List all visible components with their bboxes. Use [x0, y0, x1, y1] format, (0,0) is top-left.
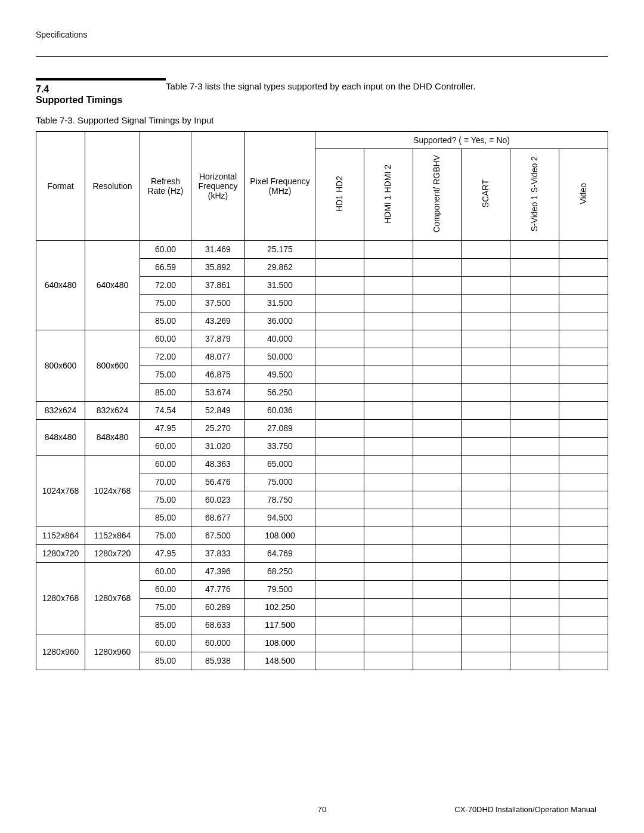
- cell-support: [559, 401, 608, 419]
- cell-support: [364, 401, 413, 419]
- cell-refresh: 72.00: [140, 276, 191, 294]
- cell-horiz: 47.776: [191, 580, 245, 598]
- cell-support: [413, 616, 462, 634]
- cell-support: [462, 598, 510, 616]
- cell-support: [413, 401, 462, 419]
- cell-format: 848x480: [36, 419, 85, 455]
- cell-support: [510, 455, 559, 473]
- cell-horiz: 37.833: [191, 544, 245, 562]
- cell-support: [364, 580, 413, 598]
- cell-support: [510, 562, 559, 580]
- cell-support: [364, 616, 413, 634]
- footer-right: CX-70DHD Installation/Operation Manual: [454, 805, 596, 814]
- cell-support: [510, 312, 559, 330]
- cell-support: [364, 348, 413, 366]
- cell-refresh: 60.00: [140, 240, 191, 258]
- cell-support: [364, 240, 413, 258]
- cell-pixel: 40.000: [245, 330, 315, 348]
- cell-horiz: 37.500: [191, 294, 245, 312]
- table-row: 1024x7681024x76860.0048.36365.000: [36, 455, 608, 473]
- cell-horiz: 52.849: [191, 401, 245, 419]
- cell-support: [462, 330, 510, 348]
- cell-support: [315, 437, 364, 455]
- cell-horiz: 60.000: [191, 634, 245, 652]
- cell-support: [315, 348, 364, 366]
- cell-support: [510, 544, 559, 562]
- cell-format: 640x480: [36, 240, 85, 330]
- cell-support: [462, 312, 510, 330]
- cell-pixel: 33.750: [245, 437, 315, 455]
- section-title: Supported Timings: [36, 95, 166, 106]
- cell-support: [413, 348, 462, 366]
- cell-pixel: 75.000: [245, 473, 315, 491]
- cell-pixel: 78.750: [245, 491, 315, 509]
- cell-horiz: 67.500: [191, 527, 245, 544]
- cell-refresh: 85.00: [140, 509, 191, 527]
- cell-support: [315, 312, 364, 330]
- cell-horiz: 56.476: [191, 473, 245, 491]
- cell-support: [510, 491, 559, 509]
- cell-support: [559, 598, 608, 616]
- th-horiz: Horizontal Frequency (kHz): [191, 132, 245, 241]
- cell-support: [413, 419, 462, 437]
- table-row: 800x600800x60060.0037.87940.000: [36, 330, 608, 348]
- cell-support: [413, 652, 462, 670]
- cell-support: [413, 473, 462, 491]
- cell-format: 832x624: [36, 401, 85, 419]
- cell-refresh: 60.00: [140, 634, 191, 652]
- cell-support: [559, 366, 608, 383]
- cell-support: [315, 473, 364, 491]
- cell-support: [413, 366, 462, 383]
- cell-pixel: 56.250: [245, 383, 315, 401]
- cell-support: [413, 527, 462, 544]
- cell-support: [364, 473, 413, 491]
- cell-horiz: 46.875: [191, 366, 245, 383]
- cell-resolution: 1152x864: [85, 527, 140, 544]
- cell-refresh: 66.59: [140, 258, 191, 276]
- table-row: 1280x9601280x96060.0060.000108.000: [36, 634, 608, 652]
- cell-support: [413, 330, 462, 348]
- cell-format: 1280x720: [36, 544, 85, 562]
- cell-support: [315, 330, 364, 348]
- cell-refresh: 60.00: [140, 455, 191, 473]
- cell-support: [364, 509, 413, 527]
- cell-horiz: 37.861: [191, 276, 245, 294]
- cell-support: [364, 455, 413, 473]
- cell-horiz: 48.077: [191, 348, 245, 366]
- cell-support: [510, 330, 559, 348]
- cell-pixel: 79.500: [245, 580, 315, 598]
- cell-support: [462, 634, 510, 652]
- cell-support: [315, 509, 364, 527]
- cell-support: [413, 634, 462, 652]
- cell-support: [413, 491, 462, 509]
- cell-support: [462, 348, 510, 366]
- cell-resolution: 832x624: [85, 401, 140, 419]
- cell-support: [462, 383, 510, 401]
- cell-support: [413, 294, 462, 312]
- cell-support: [559, 437, 608, 455]
- cell-support: [364, 294, 413, 312]
- cell-support: [315, 419, 364, 437]
- cell-resolution: 1024x768: [85, 455, 140, 527]
- cell-pixel: 31.500: [245, 294, 315, 312]
- cell-support: [559, 491, 608, 509]
- cell-support: [364, 312, 413, 330]
- cell-support: [462, 240, 510, 258]
- cell-support: [413, 562, 462, 580]
- cell-pixel: 27.089: [245, 419, 315, 437]
- th-svideo: S-Video 1 S-Video 2: [510, 149, 559, 241]
- cell-support: [559, 312, 608, 330]
- cell-support: [462, 562, 510, 580]
- cell-refresh: 85.00: [140, 312, 191, 330]
- th-format: Format: [36, 132, 85, 241]
- cell-support: [462, 258, 510, 276]
- page-number: 70: [318, 805, 326, 814]
- cell-refresh: 75.00: [140, 598, 191, 616]
- cell-support: [510, 383, 559, 401]
- cell-refresh: 47.95: [140, 419, 191, 437]
- cell-support: [462, 580, 510, 598]
- cell-support: [413, 580, 462, 598]
- th-pixel: Pixel Frequency (MHz): [245, 132, 315, 241]
- cell-support: [364, 437, 413, 455]
- section-left-col: 7.4 Supported Timings: [36, 78, 166, 106]
